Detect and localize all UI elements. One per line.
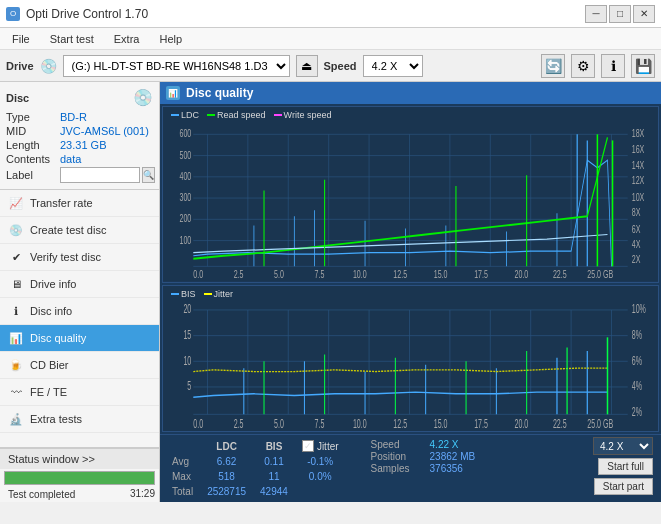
svg-text:600: 600 <box>179 128 191 140</box>
speed-dropdown[interactable]: 4.2 X <box>593 437 653 455</box>
svg-text:10.0: 10.0 <box>353 417 367 430</box>
progress-bar-fill <box>5 472 154 484</box>
refresh-button[interactable]: 🔄 <box>541 54 565 78</box>
close-button[interactable]: ✕ <box>633 5 655 23</box>
sidebar-item-cd-bier[interactable]: 🍺 CD Bier <box>0 352 159 379</box>
cd-bier-icon: 🍺 <box>8 357 24 373</box>
nav-label-disc-quality: Disc quality <box>30 332 86 344</box>
titlebar: O Opti Drive Control 1.70 ─ □ ✕ <box>0 0 661 28</box>
eject-button[interactable]: ⏏ <box>296 55 318 77</box>
status-bar: Status window >> Test completed 31:29 <box>0 447 159 502</box>
legend-write-speed: Write speed <box>274 110 332 120</box>
svg-text:2X: 2X <box>632 254 641 266</box>
charts-area: LDC Read speed Write speed <box>160 104 661 434</box>
sidebar-item-verify-test-disc[interactable]: ✔ Verify test disc <box>0 244 159 271</box>
label-input[interactable] <box>60 167 140 183</box>
svg-text:100: 100 <box>179 234 191 246</box>
legend-bis-label: BIS <box>181 289 196 299</box>
disc-quality-icon: 📊 <box>8 330 24 346</box>
nav-label-drive-info: Drive info <box>30 278 76 290</box>
menu-start-test[interactable]: Start test <box>42 31 102 47</box>
sidebar-item-create-test-disc[interactable]: 💿 Create test disc <box>0 217 159 244</box>
avg-jitter: -0.1% <box>296 455 345 468</box>
sidebar-item-drive-info[interactable]: 🖥 Drive info <box>0 271 159 298</box>
status-time: 31:29 <box>130 488 155 501</box>
position-stat-label: Position <box>371 451 426 462</box>
sidebar-item-fe-te[interactable]: 〰 FE / TE <box>0 379 159 406</box>
label-label: Label <box>6 169 58 181</box>
jitter-label: Jitter <box>317 441 339 452</box>
menu-help[interactable]: Help <box>151 31 190 47</box>
svg-text:12.5: 12.5 <box>393 417 407 430</box>
svg-text:2.5: 2.5 <box>234 269 244 281</box>
max-bis: 11 <box>254 470 294 483</box>
status-window-button[interactable]: Status window >> <box>0 448 159 469</box>
drive-select[interactable]: (G:) HL-DT-ST BD-RE WH16NS48 1.D3 <box>63 55 290 77</box>
nav-label-verify-test-disc: Verify test disc <box>30 251 101 263</box>
svg-text:5: 5 <box>187 379 191 392</box>
transfer-rate-icon: 📈 <box>8 195 24 211</box>
legend-jitter-label: Jitter <box>214 289 234 299</box>
legend-ldc-label: LDC <box>181 110 199 120</box>
speed-stat-label: Speed <box>371 439 426 450</box>
jitter-checkbox[interactable]: ✓ Jitter <box>302 440 339 452</box>
info-button[interactable]: ℹ <box>601 54 625 78</box>
menubar: File Start test Extra Help <box>0 28 661 50</box>
total-label: Total <box>166 485 199 498</box>
settings-button[interactable]: ⚙ <box>571 54 595 78</box>
svg-text:6%: 6% <box>632 353 642 366</box>
nav-label-transfer-rate: Transfer rate <box>30 197 93 209</box>
drive-info-icon: 🖥 <box>8 276 24 292</box>
chart1-legend: LDC Read speed Write speed <box>167 109 335 121</box>
jitter-legend-dot <box>204 293 212 295</box>
disc-label-row: Label 🔍 <box>6 167 153 183</box>
nav-label-extra-tests: Extra tests <box>30 413 82 425</box>
sidebar: Disc 💿 Type BD-R MID JVC-AMS6L (001) Len… <box>0 82 160 502</box>
svg-text:25.0 GB: 25.0 GB <box>587 417 613 430</box>
svg-text:7.5: 7.5 <box>315 269 325 281</box>
label-button[interactable]: 🔍 <box>142 167 155 183</box>
svg-rect-61 <box>163 286 658 431</box>
save-button[interactable]: 💾 <box>631 54 655 78</box>
legend-jitter: Jitter <box>204 289 234 299</box>
ldc-legend-dot <box>171 114 179 116</box>
disc-panel-title: Disc <box>6 92 29 104</box>
sidebar-item-disc-quality[interactable]: 📊 Disc quality <box>0 325 159 352</box>
status-text: Test completed <box>4 488 79 501</box>
svg-text:6X: 6X <box>632 224 641 236</box>
stats-row: LDC BIS ✓ Jitter Avg 6.62 0.11 -0.1% <box>160 434 661 502</box>
speed-select[interactable]: 4.2 X <box>363 55 423 77</box>
speed-stat-row: Speed 4.22 X <box>371 439 476 450</box>
legend-write-speed-label: Write speed <box>284 110 332 120</box>
start-part-button[interactable]: Start part <box>594 478 653 495</box>
start-full-button[interactable]: Start full <box>598 458 653 475</box>
sidebar-item-transfer-rate[interactable]: 📈 Transfer rate <box>0 190 159 217</box>
minimize-button[interactable]: ─ <box>585 5 607 23</box>
avg-ldc: 6.62 <box>201 455 252 468</box>
svg-text:22.5: 22.5 <box>553 269 567 281</box>
disc-panel: Disc 💿 Type BD-R MID JVC-AMS6L (001) Len… <box>0 82 159 190</box>
chart1-svg: 600 500 400 300 200 100 18X 16X 14X 12X … <box>163 107 658 282</box>
titlebar-controls: ─ □ ✕ <box>585 5 655 23</box>
sidebar-item-extra-tests[interactable]: 🔬 Extra tests <box>0 406 159 433</box>
disc-quality-header-icon: 📊 <box>166 86 180 100</box>
sidebar-item-disc-info[interactable]: ℹ Disc info <box>0 298 159 325</box>
total-ldc: 2528715 <box>201 485 252 498</box>
drive-label: Drive <box>6 60 34 72</box>
nav-label-create-test-disc: Create test disc <box>30 224 106 236</box>
menu-extra[interactable]: Extra <box>106 31 148 47</box>
svg-text:500: 500 <box>179 149 191 161</box>
svg-text:20.0: 20.0 <box>515 269 529 281</box>
svg-text:10: 10 <box>183 353 191 366</box>
svg-text:22.5: 22.5 <box>553 417 567 430</box>
bis-header: BIS <box>254 439 294 453</box>
menu-file[interactable]: File <box>4 31 38 47</box>
disc-quality-header: 📊 Disc quality <box>160 82 661 104</box>
maximize-button[interactable]: □ <box>609 5 631 23</box>
svg-text:15.0: 15.0 <box>434 269 448 281</box>
total-bis: 42944 <box>254 485 294 498</box>
nav-items: 📈 Transfer rate 💿 Create test disc ✔ Ver… <box>0 190 159 447</box>
svg-text:4X: 4X <box>632 239 641 251</box>
svg-text:12.5: 12.5 <box>393 269 407 281</box>
verify-test-disc-icon: ✔ <box>8 249 24 265</box>
